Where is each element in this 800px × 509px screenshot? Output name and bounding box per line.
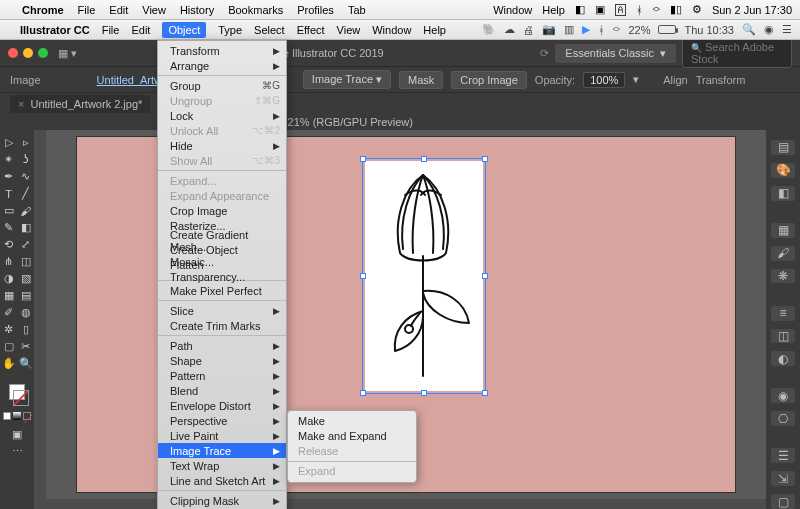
inner-app-name[interactable]: Illustrator CC xyxy=(20,24,90,36)
close-window-button[interactable] xyxy=(8,48,18,58)
menu-item-create-trim-marks[interactable]: Create Trim Marks xyxy=(158,318,286,333)
color-mode-toggles[interactable] xyxy=(3,412,31,420)
mask-button[interactable]: Mask xyxy=(399,71,443,89)
zoom-window-button[interactable] xyxy=(38,48,48,58)
menu-type[interactable]: Type xyxy=(218,24,242,36)
submenu-item-make[interactable]: Make xyxy=(288,414,416,429)
cloud-icon[interactable]: ☁ xyxy=(504,23,515,36)
bluetooth-icon[interactable]: ᚼ xyxy=(598,24,605,36)
zoom-tool[interactable]: 🔍 xyxy=(17,355,34,372)
menu-help[interactable]: Help xyxy=(423,24,446,36)
shaper-tool[interactable]: ✎ xyxy=(0,219,17,236)
color-guide-panel-icon[interactable]: ◧ xyxy=(771,186,795,201)
menu-item-transform[interactable]: Transform▶ xyxy=(158,43,286,58)
eyedropper-tool[interactable]: ✐ xyxy=(0,304,17,321)
menu-item-crop-image[interactable]: Crop Image xyxy=(158,203,286,218)
tv-icon[interactable]: ▶ xyxy=(582,23,590,36)
wifi-icon[interactable]: ⌔ xyxy=(613,24,620,36)
menu-item-arrange[interactable]: Arrange▶ xyxy=(158,58,286,73)
workspace-switcher[interactable]: Essentials Classic ▾ xyxy=(555,44,676,63)
siri-icon[interactable]: ◉ xyxy=(764,23,774,36)
menu-window[interactable]: Window xyxy=(493,4,532,16)
menu-file[interactable]: File xyxy=(102,24,120,36)
scale-tool[interactable]: ⤢ xyxy=(17,236,34,253)
close-tab-icon[interactable]: × xyxy=(18,98,24,110)
menu-item-perspective[interactable]: Perspective▶ xyxy=(158,413,286,428)
menu-profiles[interactable]: Profiles xyxy=(297,4,334,16)
cloud-sync-icon[interactable]: ⟳ xyxy=(540,47,549,60)
menu-item-flatten-transparency-[interactable]: Flatten Transparency... xyxy=(158,263,286,278)
menu-history[interactable]: History xyxy=(180,4,214,16)
width-tool[interactable]: ⋔ xyxy=(0,253,17,270)
selection-bounding-box[interactable] xyxy=(362,158,486,394)
window-traffic-lights[interactable] xyxy=(8,48,48,58)
column-graph-tool[interactable]: ▯ xyxy=(17,321,34,338)
hand-tool[interactable]: ✋ xyxy=(0,355,17,372)
menu-item-image-trace[interactable]: Image Trace▶ xyxy=(158,443,286,458)
edit-toolbar[interactable]: ⋯ xyxy=(9,443,26,460)
submenu-item-make-and-expand[interactable]: Make and Expand xyxy=(288,429,416,444)
document-tab[interactable]: × Untitled_Artwork 2.jpg* xyxy=(10,95,150,113)
eraser-tool[interactable]: ◧ xyxy=(17,219,34,236)
shape-builder-tool[interactable]: ◑ xyxy=(0,270,17,287)
notification-icon[interactable]: ☰ xyxy=(782,23,792,36)
menu-object[interactable]: Object xyxy=(162,22,206,38)
magic-wand-tool[interactable]: ✴ xyxy=(0,151,17,168)
menu-window[interactable]: Window xyxy=(372,24,411,36)
rotate-tool[interactable]: ⟲ xyxy=(0,236,17,253)
rectangle-tool[interactable]: ▭ xyxy=(0,202,17,219)
type-tool[interactable]: T xyxy=(0,185,17,202)
menu-item-clipping-mask[interactable]: Clipping Mask▶ xyxy=(158,493,286,508)
opacity-value[interactable]: 100% xyxy=(583,72,625,88)
menu-view[interactable]: View xyxy=(337,24,361,36)
pen-tool[interactable]: ✒ xyxy=(0,168,17,185)
menu-item-live-paint[interactable]: Live Paint▶ xyxy=(158,428,286,443)
evernote-icon[interactable]: 🐘 xyxy=(482,23,496,36)
curvature-tool[interactable]: ∿ xyxy=(17,168,34,185)
menu-item-line-and-sketch-art[interactable]: Line and Sketch Art▶ xyxy=(158,473,286,488)
blend-tool[interactable]: ◍ xyxy=(17,304,34,321)
perspective-tool[interactable]: ▧ xyxy=(17,270,34,287)
gradient-tool[interactable]: ▤ xyxy=(17,287,34,304)
display-icon[interactable]: ▥ xyxy=(564,23,574,36)
symbols-panel-icon[interactable]: ❋ xyxy=(771,269,795,284)
menu-item-make-pixel-perfect[interactable]: Make Pixel Perfect xyxy=(158,283,286,298)
search-adobe-stock[interactable]: Search Adobe Stock xyxy=(682,38,792,68)
menu-item-envelope-distort[interactable]: Envelope Distort▶ xyxy=(158,398,286,413)
stroke-swatch[interactable] xyxy=(13,390,29,406)
menu-item-blend[interactable]: Blend▶ xyxy=(158,383,286,398)
menu-item-shape[interactable]: Shape▶ xyxy=(158,353,286,368)
camera-icon[interactable]: 📷 xyxy=(542,23,556,36)
menu-item-pattern[interactable]: Pattern▶ xyxy=(158,368,286,383)
menu-item-path[interactable]: Path▶ xyxy=(158,338,286,353)
artboards-panel-icon[interactable]: ▢ xyxy=(771,494,795,509)
menu-edit[interactable]: Edit xyxy=(131,24,150,36)
align-label[interactable]: Align xyxy=(663,74,687,86)
outer-app-name[interactable]: Chrome xyxy=(22,4,64,16)
panel-toggle-icon[interactable]: ▦ ▾ xyxy=(58,47,77,60)
line-tool[interactable]: ╱ xyxy=(17,185,34,202)
menu-item-slice[interactable]: Slice▶ xyxy=(158,303,286,318)
menu-item-hide[interactable]: Hide▶ xyxy=(158,138,286,153)
color-panel-icon[interactable]: 🎨 xyxy=(771,163,795,178)
menu-item-text-wrap[interactable]: Text Wrap▶ xyxy=(158,458,286,473)
menu-file[interactable]: File xyxy=(78,4,96,16)
crop-image-button[interactable]: Crop Image xyxy=(451,71,526,89)
menu-effect[interactable]: Effect xyxy=(297,24,325,36)
mesh-tool[interactable]: ▦ xyxy=(0,287,17,304)
stroke-panel-icon[interactable]: ≡ xyxy=(771,306,795,321)
menu-tab[interactable]: Tab xyxy=(348,4,366,16)
screen-mode-tool[interactable]: ▣ xyxy=(9,426,26,443)
asset-export-panel-icon[interactable]: ⇲ xyxy=(771,471,795,486)
appearance-panel-icon[interactable]: ◉ xyxy=(771,388,795,403)
gradient-panel-icon[interactable]: ◫ xyxy=(771,329,795,344)
graphic-styles-panel-icon[interactable]: ⎔ xyxy=(771,411,795,426)
selection-tool[interactable]: ▷ xyxy=(0,134,17,151)
lasso-tool[interactable]: ʖ xyxy=(17,151,34,168)
minimize-window-button[interactable] xyxy=(23,48,33,58)
symbol-sprayer-tool[interactable]: ✲ xyxy=(0,321,17,338)
spotlight-icon[interactable]: 🔍 xyxy=(742,23,756,36)
artboard-tool[interactable]: ▢ xyxy=(0,338,17,355)
transform-label[interactable]: Transform xyxy=(696,74,746,86)
menu-bookmarks[interactable]: Bookmarks xyxy=(228,4,283,16)
